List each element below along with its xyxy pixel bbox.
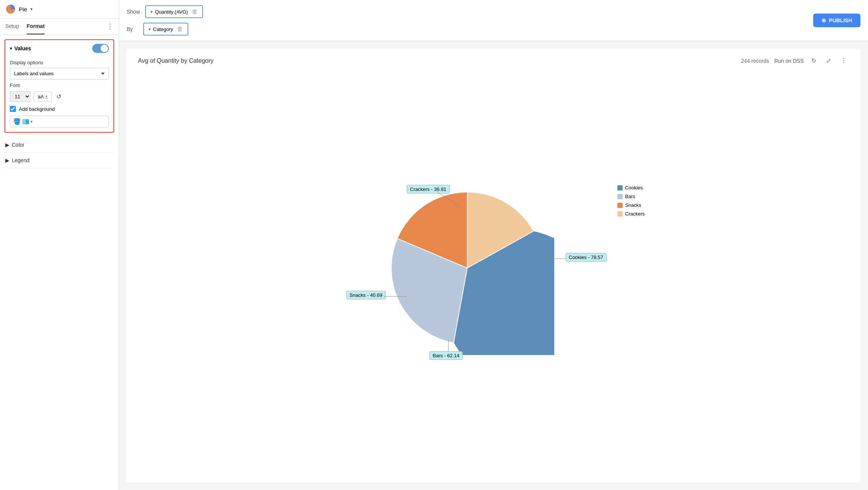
values-section-title[interactable]: ▾ Values	[10, 45, 31, 51]
pie-chart-svg	[380, 181, 554, 355]
refresh-button[interactable]: ↻	[809, 56, 818, 65]
cookies-data-label: Cookies - 78.57	[566, 253, 607, 262]
pie-chart-area: Cookies Bars Snacks Crackers	[343, 174, 645, 370]
font-style-label: aA	[38, 94, 44, 99]
values-chevron-icon: ▾	[10, 46, 12, 51]
show-field-delete-icon[interactable]: 🗑	[192, 8, 198, 15]
legend-color-snacks	[617, 203, 623, 208]
font-size-select[interactable]: 11	[10, 91, 31, 102]
publish-label: PUBLISH	[829, 17, 852, 23]
chart-type-selector[interactable]: Pie ▾	[5, 4, 33, 14]
values-section-header: ▾ Values	[5, 40, 113, 57]
add-background-label[interactable]: Add background	[19, 106, 55, 112]
legend-label-snacks: Snacks	[625, 202, 641, 208]
chart-container: Avg of Quantity by Category 244 records …	[127, 49, 860, 482]
by-field-chevron-icon: ▾	[149, 27, 151, 32]
add-background-row: Add background	[10, 106, 109, 112]
legend-label-cookies: Cookies	[625, 185, 643, 191]
sidebar-tabs: Setup Format ⋮	[0, 19, 119, 35]
legend-color-bars	[617, 194, 623, 199]
color-swatch	[22, 119, 29, 124]
font-row: 11 aA ▾ ↺	[10, 91, 109, 102]
legend-item-crackers: Crackers	[617, 211, 645, 217]
font-style-button[interactable]: aA ▾	[34, 91, 52, 102]
records-count: 244 records	[741, 58, 769, 64]
svg-line-1	[437, 192, 460, 207]
top-bar-fields: Show ▾ Quantity (AVG) 🗑 By ▾ Category 🗑	[127, 5, 806, 36]
values-label: Values	[14, 45, 31, 51]
chevron-down-icon: ▾	[30, 6, 33, 12]
show-label: Show	[127, 9, 140, 15]
by-row: By ▾ Category 🗑	[127, 23, 806, 36]
chart-legend: Cookies Bars Snacks Crackers	[617, 185, 645, 217]
add-background-checkbox[interactable]	[10, 106, 16, 112]
by-label: By	[127, 26, 138, 32]
expand-button[interactable]: ⤢	[824, 56, 833, 65]
legend-item-cookies: Cookies	[617, 185, 645, 191]
color-section-label: Color	[12, 142, 24, 148]
color-chevron-icon: ▶	[5, 142, 9, 148]
by-field-value: Category	[153, 26, 173, 32]
legend-section-header[interactable]: ▶ Legend	[5, 157, 113, 163]
show-row: Show ▾ Quantity (AVG) 🗑	[127, 5, 806, 18]
chart-title: Avg of Quantity by Category	[138, 57, 214, 64]
legend-section-label: Legend	[12, 157, 29, 163]
crackers-connector	[437, 192, 467, 211]
values-section-body: Display options Labels and values Font 1…	[5, 60, 113, 132]
by-field-tag[interactable]: ▾ Category 🗑	[143, 23, 188, 36]
show-field-tag[interactable]: ▾ Quantity (AVG) 🗑	[145, 5, 203, 18]
chart-more-button[interactable]: ⋮	[839, 56, 849, 65]
bars-connector	[448, 340, 456, 351]
tab-format[interactable]: Format	[27, 19, 45, 34]
publish-button[interactable]: ⊕ PUBLISH	[813, 14, 860, 27]
sidebar-content: ▾ Values Display options Labels and valu…	[0, 35, 119, 490]
legend-color-cookies	[617, 185, 623, 191]
chart-header: Avg of Quantity by Category 244 records …	[138, 56, 849, 65]
publish-icon: ⊕	[822, 17, 826, 23]
legend-label-bars: Bars	[625, 194, 635, 199]
values-section: ▾ Values Display options Labels and valu…	[5, 39, 114, 133]
color-section-header[interactable]: ▶ Color	[5, 142, 113, 148]
paint-bucket-icon: 🪣	[13, 118, 21, 125]
snacks-connector	[384, 295, 407, 298]
chart-type-label: Pie	[19, 6, 27, 12]
legend-chevron-icon: ▶	[5, 157, 9, 163]
more-options-button[interactable]: ⋮	[107, 19, 113, 34]
show-field-chevron-icon: ▾	[150, 9, 153, 14]
by-field-delete-icon[interactable]: 🗑	[177, 26, 183, 33]
display-options-label: Display options	[10, 60, 109, 65]
sidebar-header: Pie ▾	[0, 0, 119, 19]
color-picker-button[interactable]: 🪣 ▾	[10, 116, 109, 127]
chart-body: Cookies Bars Snacks Crackers	[138, 69, 849, 475]
sidebar: Pie ▾ Setup Format ⋮ ▾ Values Display op…	[0, 0, 119, 490]
color-section: ▶ Color	[5, 137, 114, 153]
tab-setup[interactable]: Setup	[5, 19, 19, 34]
snacks-data-label: Snacks - 40.69	[346, 291, 386, 299]
chart-meta: 244 records Run on DSS ↻ ⤢ ⋮	[741, 56, 849, 65]
legend-item-snacks: Snacks	[617, 202, 645, 208]
values-toggle[interactable]	[92, 44, 109, 53]
show-field-value: Quantity (AVG)	[155, 9, 188, 15]
run-on-dss-button[interactable]: Run on DSS	[774, 58, 804, 64]
legend-label-crackers: Crackers	[625, 211, 645, 217]
legend-color-crackers	[617, 211, 623, 217]
font-style-underline: ▾	[45, 94, 48, 99]
top-bar: Show ▾ Quantity (AVG) 🗑 By ▾ Category 🗑 …	[119, 0, 868, 41]
font-label: Font	[10, 82, 109, 88]
display-options-select[interactable]: Labels and values	[10, 68, 109, 79]
cookies-connector	[543, 257, 566, 261]
font-reset-button[interactable]: ↺	[55, 91, 63, 102]
main-content: Show ▾ Quantity (AVG) 🗑 By ▾ Category 🗑 …	[119, 0, 868, 490]
pie-chart-icon	[5, 4, 16, 14]
color-dropdown-icon: ▾	[31, 119, 33, 124]
chart-area: Avg of Quantity by Category 244 records …	[119, 41, 868, 490]
legend-section: ▶ Legend	[5, 153, 114, 168]
legend-item-bars: Bars	[617, 194, 645, 199]
